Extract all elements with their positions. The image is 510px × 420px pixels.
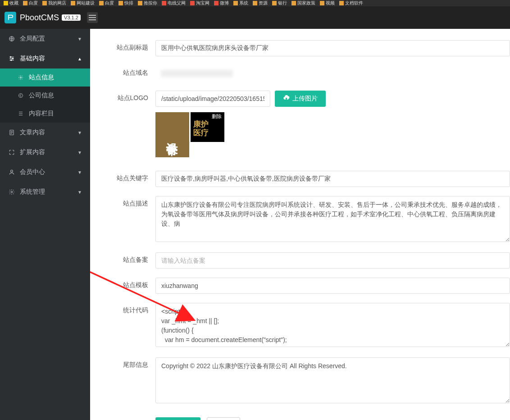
- sidebar-item-extend-content[interactable]: 扩展内容 ▼: [0, 142, 90, 162]
- svg-point-6: [11, 59, 12, 60]
- chevron-down-icon: ▼: [77, 150, 82, 155]
- sidebar-toggle-button[interactable]: [87, 12, 98, 23]
- sidebar-item-label: 文章内容: [20, 128, 77, 137]
- sidebar-item-label: 全局配置: [20, 35, 77, 43]
- sidebar-item-label: 内容栏目: [29, 110, 54, 118]
- brand-name: PbootCMS: [20, 13, 59, 23]
- bookmark-item[interactable]: 系统: [233, 0, 248, 6]
- bookmark-item[interactable]: 视频: [320, 0, 335, 6]
- submit-button[interactable]: 立即提交: [155, 417, 200, 420]
- browser-bookmarks-bar: 收藏 白度 我的网店 网站建设 白度 快排 推按你 电线父网 淘宝网 微博 系统…: [0, 0, 510, 6]
- logo-thumbnail-2[interactable]: 删除 康护 医疗: [191, 112, 224, 142]
- chevron-down-icon: ▼: [77, 170, 82, 175]
- adjust-icon: [8, 55, 15, 62]
- sidebar-item-article-content[interactable]: 文章内容 ▼: [0, 123, 90, 142]
- svg-point-4: [10, 56, 11, 57]
- expand-icon: [8, 149, 15, 155]
- logo-thumbnail-1[interactable]: 设备带: [155, 112, 189, 157]
- svg-point-5: [12, 58, 13, 59]
- app-header: PbootCMS V3.1.2: [0, 6, 510, 29]
- bookmark-item[interactable]: 网站建设: [71, 0, 95, 6]
- field-label-domain: 站点域名: [90, 65, 155, 82]
- statistics-code-textarea[interactable]: [155, 303, 510, 347]
- site-icp-input[interactable]: [155, 252, 510, 269]
- sidebar-item-label: 系统管理: [20, 188, 77, 196]
- field-label-subtitle: 站点副标题: [90, 40, 155, 56]
- field-label-icp: 站点备案: [90, 252, 155, 269]
- sidebar-item-label: 会员中心: [20, 168, 77, 176]
- brand-logo-icon: [5, 12, 16, 23]
- footer-info-textarea[interactable]: [155, 357, 510, 403]
- svg-point-7: [20, 77, 22, 78]
- sidebar: 全局配置 ▼ 基础内容 ▲ 站点信息 公司信息 内容栏目 文章内容 ▼ 扩展内容: [0, 29, 90, 420]
- svg-point-8: [19, 94, 23, 98]
- cloud-upload-icon: [283, 95, 290, 102]
- field-label-logo: 站点LOGO: [90, 91, 155, 157]
- sidebar-subitem-site-info[interactable]: 站点信息: [0, 68, 90, 87]
- sidebar-item-label: 公司信息: [29, 91, 54, 100]
- site-keywords-input[interactable]: [155, 171, 510, 187]
- bookmark-item[interactable]: 国家政策: [291, 0, 315, 6]
- chevron-down-icon: ▼: [77, 130, 82, 135]
- field-label-description: 站点描述: [90, 196, 155, 243]
- sidebar-subitem-company-info[interactable]: 公司信息: [0, 87, 90, 105]
- field-label-statistics: 统计代码: [90, 303, 155, 348]
- svg-point-11: [11, 191, 13, 193]
- bookmark-item[interactable]: 白度: [23, 0, 38, 6]
- globe-icon: [8, 36, 15, 42]
- bookmark-item[interactable]: 收藏: [4, 0, 18, 6]
- chevron-down-icon: ▼: [77, 37, 82, 41]
- bookmark-item[interactable]: 快排: [118, 0, 133, 6]
- sidebar-item-label: 基础内容: [20, 55, 77, 63]
- reset-button[interactable]: 重置: [207, 417, 240, 420]
- content-area: 站点副标题 站点域名 站点LOGO 上传图片: [90, 29, 510, 420]
- bookmark-item[interactable]: 电线父网: [162, 0, 186, 6]
- sidebar-item-global-config[interactable]: 全局配置 ▼: [0, 29, 90, 49]
- chevron-down-icon: ▼: [77, 190, 82, 195]
- sidebar-item-label: 站点信息: [29, 73, 54, 82]
- bookmark-item[interactable]: 推按你: [138, 0, 157, 6]
- sidebar-item-label: 扩展内容: [20, 148, 77, 156]
- gear-icon: [17, 75, 24, 80]
- sidebar-item-member-center[interactable]: 会员中心 ▼: [0, 162, 90, 182]
- bookmark-item[interactable]: 白度: [99, 0, 114, 6]
- site-logo-path-input[interactable]: [155, 91, 270, 107]
- delete-thumbnail-button[interactable]: 删除: [209, 112, 224, 121]
- version-badge: V3.1.2: [62, 14, 81, 21]
- site-description-textarea[interactable]: [155, 196, 510, 242]
- bookmark-item[interactable]: 资源: [253, 0, 268, 6]
- field-label-footer: 尾部信息: [90, 357, 155, 405]
- bookmark-item[interactable]: 银行: [272, 0, 287, 6]
- upload-image-button[interactable]: 上传图片: [275, 91, 326, 107]
- document-icon: [8, 129, 15, 136]
- sidebar-item-system-manage[interactable]: 系统管理 ▼: [0, 182, 90, 202]
- list-icon: [17, 111, 24, 116]
- chevron-up-icon: ▲: [77, 56, 82, 61]
- field-label-keywords: 站点关键字: [90, 171, 155, 187]
- gear-icon: [8, 189, 15, 195]
- sidebar-subitem-content-column[interactable]: 内容栏目: [0, 105, 90, 123]
- svg-point-10: [11, 170, 13, 172]
- bookmark-item[interactable]: 我的网店: [42, 0, 66, 6]
- copyright-icon: [17, 93, 24, 98]
- sidebar-item-basic-content[interactable]: 基础内容 ▲: [0, 49, 90, 68]
- site-domain-input[interactable]: [155, 65, 510, 82]
- user-icon: [8, 169, 15, 175]
- bookmark-item[interactable]: 文档软件: [339, 0, 363, 6]
- site-template-input[interactable]: [155, 278, 510, 294]
- field-label-template: 站点模板: [90, 278, 155, 294]
- bookmark-item[interactable]: 淘宝网: [190, 0, 209, 6]
- bookmark-item[interactable]: 微博: [214, 0, 229, 6]
- site-subtitle-input[interactable]: [155, 40, 510, 56]
